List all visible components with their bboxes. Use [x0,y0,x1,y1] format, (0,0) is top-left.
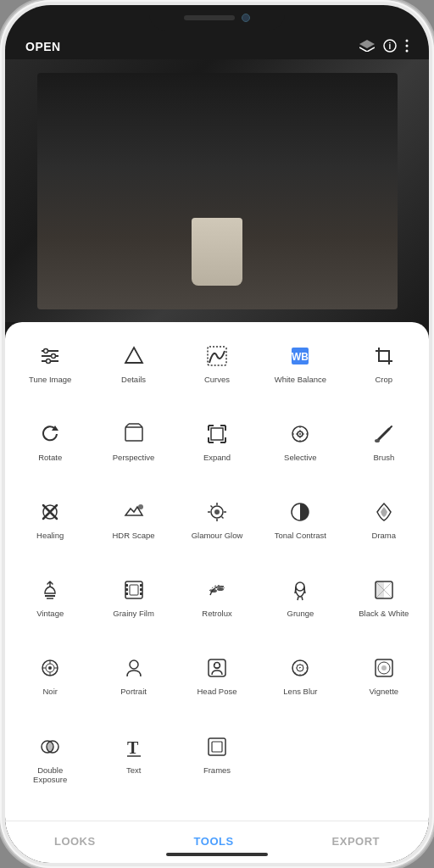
svg-rect-44 [140,588,142,591]
tool-tune-image[interactable]: Tune Image [8,332,92,410]
info-icon[interactable]: i [383,39,397,55]
glamour-glow-icon [202,497,232,527]
black-white-label: Black & White [359,609,409,618]
tonal-contrast-label: Tonal Contrast [275,531,326,540]
rotate-icon [35,419,65,449]
tool-brush[interactable]: Brush [342,410,426,488]
svg-point-3 [406,44,409,47]
svg-point-29 [214,509,220,515]
vignette-label: Vignette [369,687,398,696]
nav-tools[interactable]: TOOLS [177,828,251,854]
svg-text:T: T [127,738,139,757]
open-label: OPEN [25,40,61,53]
svg-rect-20 [211,428,223,440]
tune-image-icon [35,341,65,371]
tool-black-white[interactable]: Black & White [342,566,426,644]
double-exposure-icon [35,732,65,762]
svg-point-49 [296,582,304,591]
image-area [5,59,429,322]
vintage-icon [35,575,65,605]
svg-rect-51 [376,581,384,598]
svg-point-2 [406,39,409,42]
tool-rotate[interactable]: Rotate [8,410,92,488]
white-balance-label: White Balance [275,375,326,384]
svg-point-62 [214,664,215,665]
details-label: Details [121,375,146,384]
svg-point-63 [219,664,220,665]
tool-noir[interactable]: Noir [8,644,92,722]
nav-export[interactable]: EXPORT [315,828,397,854]
svg-point-27 [138,504,143,509]
grainy-film-icon [119,575,149,605]
phone-frame: OPEN i [0,0,434,868]
svg-point-59 [130,660,138,669]
svg-rect-16 [125,427,142,441]
frames-label: Frames [203,765,231,775]
hdr-scape-icon [119,497,149,527]
tool-details[interactable]: Details [92,332,175,410]
tool-hdr-scape[interactable]: HDR Scape [92,488,175,566]
tool-crop[interactable]: Crop [342,332,426,410]
tool-perspective[interactable]: Perspective [92,410,175,488]
tool-lens-blur[interactable]: Lens Blur [259,644,342,722]
head-pose-label: Head Pose [197,687,236,696]
notch [149,5,285,31]
svg-point-8 [44,349,48,353]
tool-healing[interactable]: Healing [8,488,92,566]
grainy-film-label: Grainy Film [113,609,154,618]
bottom-nav: LOOKS TOOLS EXPORT [5,821,429,863]
svg-rect-43 [140,584,142,587]
tool-head-pose[interactable]: Head Pose [175,644,259,722]
tool-frames[interactable]: Frames [175,723,259,811]
tool-retrolux[interactable]: Retrolux [175,566,259,644]
lens-blur-icon [285,653,315,683]
svg-point-10 [47,359,51,364]
tool-drama[interactable]: Drama [342,488,426,566]
camera [242,14,250,22]
tool-curves[interactable]: Curves [175,332,259,410]
healing-label: Healing [36,531,64,540]
tool-white-balance[interactable]: WB White Balance [259,332,342,410]
grunge-icon [285,575,315,605]
head-pose-icon [202,653,232,683]
healing-icon [35,497,65,527]
svg-point-72 [381,665,387,670]
tool-portrait[interactable]: Portrait [92,644,175,722]
tool-text[interactable]: T Text [92,723,175,811]
tool-selective[interactable]: Selective [259,410,342,488]
tool-grunge[interactable]: Grunge [259,566,342,644]
perspective-label: Perspective [113,453,155,462]
crop-label: Crop [376,375,393,384]
white-balance-icon: WB [285,341,315,371]
layers-icon[interactable] [359,40,375,54]
selective-icon [285,419,315,449]
retrolux-icon [202,575,232,605]
svg-point-4 [406,49,409,52]
vignette-icon [369,653,399,683]
tool-glamour-glow[interactable]: Glamour Glow [175,488,259,566]
tool-expand[interactable]: Expand [175,410,259,488]
frames-icon [202,732,232,762]
photo-subject [192,218,242,286]
drama-icon [369,497,399,527]
double-exposure-label: Double Exposure [21,765,79,785]
tool-vignette[interactable]: Vignette [342,644,426,722]
curves-icon [202,341,232,371]
svg-point-48 [217,587,224,591]
tool-tonal-contrast[interactable]: Tonal Contrast [259,488,342,566]
tool-double-exposure[interactable]: Double Exposure [8,723,92,811]
nav-looks[interactable]: LOOKS [37,828,113,854]
tonal-contrast-icon [285,497,315,527]
tool-vintage[interactable]: Vintage [8,566,92,644]
more-icon[interactable] [405,39,409,55]
speaker [184,15,235,20]
black-white-icon [369,575,399,605]
svg-rect-41 [125,588,128,591]
lens-blur-label: Lens Blur [283,687,317,696]
brush-icon [369,419,399,449]
text-icon: T [119,732,149,762]
tool-grainy-film[interactable]: Grainy Film [92,566,175,644]
svg-line-35 [221,517,223,519]
svg-rect-45 [140,593,142,595]
rotate-label: Rotate [38,453,62,462]
